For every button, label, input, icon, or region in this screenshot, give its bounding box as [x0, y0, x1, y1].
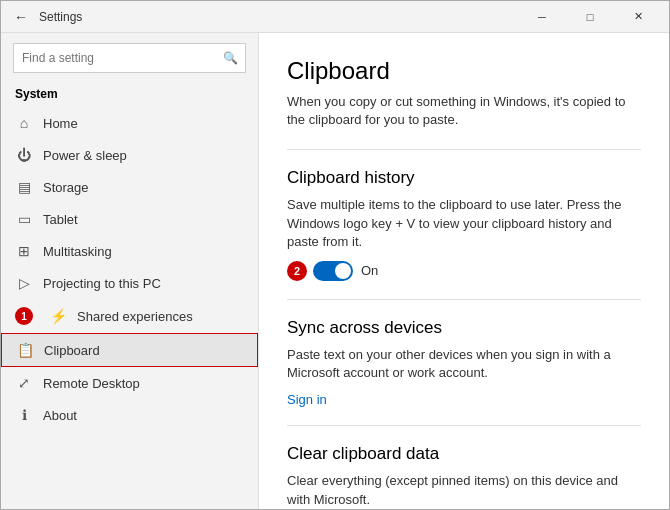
sidebar-item-about-label: About	[43, 408, 77, 423]
sidebar-item-storage[interactable]: ▤ Storage	[1, 171, 258, 203]
sidebar-item-projecting-label: Projecting to this PC	[43, 276, 161, 291]
clear-section-desc: Clear everything (except pinned items) o…	[287, 472, 641, 508]
sidebar: 🔍 System ⌂ Home ⏻ Power & sleep ▤ Storag…	[1, 33, 259, 510]
clipboard-history-toggle[interactable]	[313, 261, 353, 281]
tablet-icon: ▭	[15, 211, 33, 227]
minimize-button[interactable]: ─	[519, 1, 565, 33]
maximize-button[interactable]: □	[567, 1, 613, 33]
sidebar-item-projecting[interactable]: ▷ Projecting to this PC	[1, 267, 258, 299]
about-icon: ℹ	[15, 407, 33, 423]
page-title: Clipboard	[287, 57, 641, 85]
divider-2	[287, 299, 641, 300]
home-icon: ⌂	[15, 115, 33, 131]
page-intro: When you copy or cut something in Window…	[287, 93, 641, 129]
toggle-knob	[335, 263, 351, 279]
toggle-row: 2 On	[287, 261, 641, 281]
back-button[interactable]: ←	[9, 5, 33, 29]
content-area: Clipboard When you copy or cut something…	[259, 33, 669, 510]
sidebar-section-label: System	[1, 83, 258, 107]
sidebar-item-power-label: Power & sleep	[43, 148, 127, 163]
sidebar-item-remote-desktop[interactable]: ⤢ Remote Desktop	[1, 367, 258, 399]
history-section-desc: Save multiple items to the clipboard to …	[287, 196, 641, 251]
clear-section-title: Clear clipboard data	[287, 444, 641, 464]
sidebar-item-clipboard[interactable]: 📋 Clipboard	[1, 333, 258, 367]
sync-section-title: Sync across devices	[287, 318, 641, 338]
window-controls: ─ □ ✕	[519, 1, 661, 33]
divider-3	[287, 425, 641, 426]
clipboard-icon: 📋	[16, 342, 34, 358]
titlebar-title: Settings	[39, 10, 519, 24]
divider-1	[287, 149, 641, 150]
titlebar: ← Settings ─ □ ✕	[1, 1, 669, 33]
power-icon: ⏻	[15, 147, 33, 163]
search-input[interactable]	[13, 43, 246, 73]
sidebar-item-about[interactable]: ℹ About	[1, 399, 258, 431]
search-container: 🔍	[13, 43, 246, 73]
sidebar-item-clipboard-label: Clipboard	[44, 343, 100, 358]
sidebar-item-home-label: Home	[43, 116, 78, 131]
sidebar-item-power-sleep[interactable]: ⏻ Power & sleep	[1, 139, 258, 171]
sign-in-link[interactable]: Sign in	[287, 392, 327, 407]
sidebar-item-storage-label: Storage	[43, 180, 89, 195]
projecting-icon: ▷	[15, 275, 33, 291]
sidebar-item-tablet[interactable]: ▭ Tablet	[1, 203, 258, 235]
main-layout: 🔍 System ⌂ Home ⏻ Power & sleep ▤ Storag…	[1, 33, 669, 510]
badge-1: 1	[15, 307, 33, 325]
toggle-label: On	[361, 263, 378, 278]
sync-section-desc: Paste text on your other devices when yo…	[287, 346, 641, 382]
storage-icon: ▤	[15, 179, 33, 195]
multitasking-icon: ⊞	[15, 243, 33, 259]
search-icon: 🔍	[223, 51, 238, 65]
sidebar-item-shared-label: Shared experiences	[77, 309, 193, 324]
history-section-title: Clipboard history	[287, 168, 641, 188]
sidebar-item-multitasking[interactable]: ⊞ Multitasking	[1, 235, 258, 267]
sidebar-item-home[interactable]: ⌂ Home	[1, 107, 258, 139]
badge-2: 2	[287, 261, 307, 281]
sidebar-item-tablet-label: Tablet	[43, 212, 78, 227]
close-button[interactable]: ✕	[615, 1, 661, 33]
sidebar-item-multitasking-label: Multitasking	[43, 244, 112, 259]
shared-icon: ⚡	[49, 308, 67, 324]
remote-icon: ⤢	[15, 375, 33, 391]
sidebar-item-remote-label: Remote Desktop	[43, 376, 140, 391]
sidebar-item-shared-experiences[interactable]: 1 ⚡ Shared experiences	[1, 299, 258, 333]
